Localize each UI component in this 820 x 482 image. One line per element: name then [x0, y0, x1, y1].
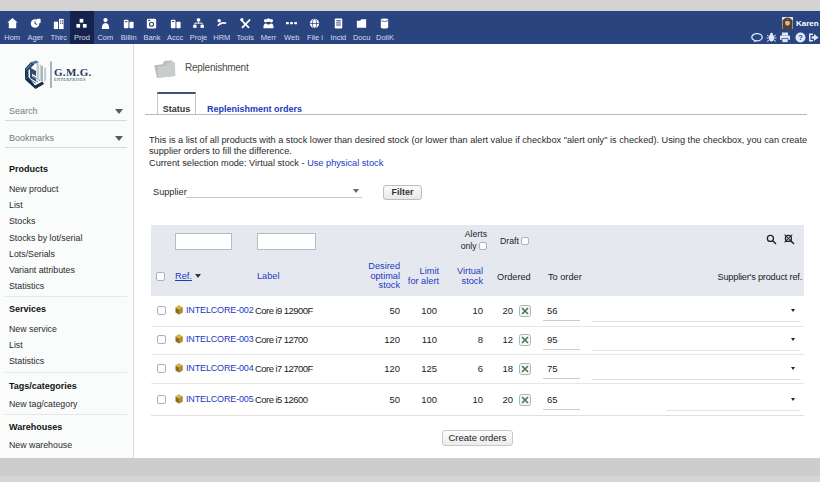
svg-text:ENTERPRISES: ENTERPRISES — [54, 77, 86, 82]
svg-text:?: ? — [798, 33, 803, 42]
